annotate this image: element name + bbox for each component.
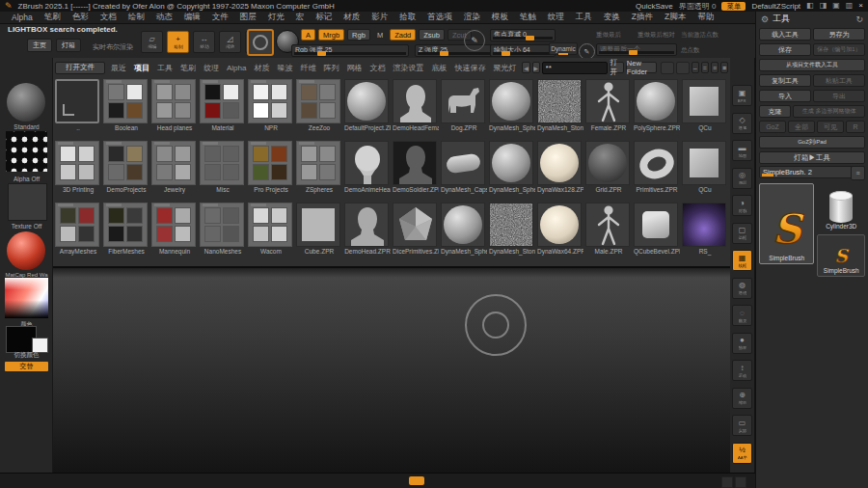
menu-item-22[interactable]: Z插件: [626, 12, 659, 23]
lightbox-tile[interactable]: DynaWax64.ZPR: [537, 203, 583, 256]
alternate-button[interactable]: 交替: [5, 362, 48, 371]
paint-button-zsub[interactable]: Zsub: [419, 29, 445, 41]
tool-button[interactable]: 另存为: [813, 28, 865, 41]
slider-handle[interactable]: [502, 51, 510, 56]
menu-item-1[interactable]: 笔刷: [39, 12, 67, 23]
tool-thumbnail-selected[interactable]: SSimpleBrush: [759, 183, 814, 264]
menu-item-18[interactable]: 笔触: [514, 12, 542, 23]
lightbox-tile[interactable]: DynaMesh_Capsu: [441, 141, 487, 194]
lightbox-tile[interactable]: QCu: [682, 79, 728, 132]
slider-handle[interactable]: [440, 51, 448, 56]
lightbox-tab-5[interactable]: Alpha: [223, 64, 250, 72]
rgb-intensity-slider[interactable]: Rgb 强度 25: [291, 44, 409, 57]
right-strip-button-0[interactable]: ▣BPR: [732, 85, 752, 106]
right-strip-button-7[interactable]: ◍透明: [732, 278, 752, 299]
switch-color-button[interactable]: 切换颜色: [0, 351, 53, 360]
tool-button[interactable]: 全部: [788, 121, 815, 133]
slider-handle[interactable]: [317, 51, 326, 56]
lightbox-tile[interactable]: DynaMesh_Spher: [441, 203, 487, 256]
right-strip-button-2[interactable]: ▬地面: [732, 140, 752, 161]
tool-button[interactable]: 保存（编号加1）: [813, 43, 865, 56]
stroke-dots-thumbnail[interactable]: [6, 131, 47, 172]
menu-item-8[interactable]: 图层: [234, 12, 262, 23]
lightbox-tile[interactable]: Primitives.ZPR: [634, 141, 680, 194]
quicksave-button[interactable]: QuickSave: [636, 2, 673, 11]
alpha-off-label[interactable]: Alpha Off: [0, 176, 53, 182]
lightbox-tile[interactable]: Pro Projects: [248, 141, 294, 194]
menu-item-6[interactable]: 编辑: [178, 12, 206, 23]
material-ring-button[interactable]: [247, 29, 274, 56]
menu-item-20[interactable]: 工具: [570, 12, 598, 23]
lightbox-tab-9[interactable]: 阵列: [319, 63, 342, 73]
mode-button-3[interactable]: ◿缩放: [219, 31, 241, 53]
paint-button-rgb[interactable]: Rgb: [347, 29, 370, 41]
store-layout-icon[interactable]: ▣: [832, 1, 840, 11]
tabs-prev-icon[interactable]: ◀: [522, 62, 529, 73]
texture-off-label[interactable]: Texture Off: [0, 223, 53, 230]
menu-item-14[interactable]: 拾取: [393, 12, 421, 23]
paint-button-zadd[interactable]: Zadd: [390, 29, 416, 41]
lightbox-tile[interactable]: DynaMesh_Stone: [537, 79, 583, 132]
tool-button[interactable]: R: [846, 121, 865, 133]
lightbox-tab-11[interactable]: 文档: [366, 63, 389, 73]
right-strip-button-6[interactable]: ▦线框: [732, 250, 752, 271]
lightbox-tile[interactable]: NanoMeshes: [200, 203, 246, 256]
view-size-3-icon[interactable]: ≡: [711, 62, 719, 73]
lightbox-tile[interactable]: DynaMesh_Sphe: [489, 79, 535, 132]
lightbox-tab-4[interactable]: 纹理: [200, 63, 223, 73]
menu-item-19[interactable]: 纹理: [542, 12, 570, 23]
tool-button[interactable]: 导出: [813, 90, 865, 102]
tool-button[interactable]: 粘贴工具: [813, 74, 865, 87]
replay-last-button[interactable]: 重做最后: [596, 31, 621, 40]
lightbox-tile[interactable]: DefaultProject.ZP: [344, 79, 391, 132]
tool-list-button[interactable]: ≡: [851, 166, 865, 180]
lightbox-tab-15[interactable]: 聚光灯: [489, 63, 520, 73]
bottom-bar-icon[interactable]: [721, 476, 733, 488]
menu-item-9[interactable]: 灯光: [262, 12, 290, 23]
lightbox-tile[interactable]: PolySphere.ZPR: [634, 79, 680, 132]
lightbox-tile[interactable]: DemoAnimeHead: [344, 141, 391, 194]
new-folder-button[interactable]: New Folder: [626, 62, 657, 73]
lightbox-tile[interactable]: Cube.ZPR: [296, 203, 342, 256]
right-strip-button-1[interactable]: ◇透视: [732, 113, 752, 134]
mode-button-2[interactable]: ↔移动: [193, 31, 215, 53]
view-size-4-icon[interactable]: ≡: [720, 62, 728, 73]
lightbox-tile[interactable]: Misc: [200, 141, 246, 194]
lightbox-tab-10[interactable]: 网格: [342, 63, 366, 73]
color-picker[interactable]: [5, 278, 48, 318]
current-tool-slider[interactable]: SimpleBrush. 2 ≡: [759, 166, 865, 178]
right-strip-button-3[interactable]: ◎局部: [732, 168, 752, 189]
lightbox-tab-3[interactable]: 笔刷: [176, 63, 200, 73]
tool-button[interactable]: 从项目文件载入工具: [759, 59, 865, 71]
texture-thumbnail[interactable]: [8, 183, 47, 221]
lightbox-tab-6[interactable]: 材质: [250, 63, 273, 73]
menu-item-11[interactable]: 标记: [310, 12, 338, 23]
view-size-1-icon[interactable]: –: [692, 62, 699, 73]
lightbox-tile[interactable]: DicePrimitives.ZP: [393, 203, 439, 256]
lightbox-tool-section-button[interactable]: 灯箱▶工具: [759, 151, 865, 164]
divider-bar-icon[interactable]: ▥: [846, 1, 854, 11]
lightbox-action-button[interactable]: [676, 62, 690, 74]
menu-item-7[interactable]: 文件: [206, 12, 234, 23]
lightbox-tile[interactable]: Grid.ZPR: [585, 141, 632, 194]
lightbox-tile[interactable]: QCubeBevel.ZPR: [634, 203, 680, 256]
adjust-last-slider[interactable]: 调整最后一个: [596, 43, 677, 56]
tool-thumbnail[interactable]: SSimpleBrush: [817, 234, 865, 277]
lightbox-action-button[interactable]: [661, 62, 674, 74]
lightbox-tile[interactable]: DynaWax128.ZPR: [537, 141, 583, 194]
lightbox-tile[interactable]: NPR: [248, 79, 294, 132]
reload-icon[interactable]: ↻: [855, 14, 863, 24]
lightbox-tile[interactable]: Wacom: [248, 203, 294, 256]
lightbox-tab-12[interactable]: 渲染设置: [389, 63, 427, 73]
tool-button[interactable]: GoZ: [759, 121, 786, 133]
lightbox-tile[interactable]: FiberMeshes: [103, 203, 149, 256]
tool-button[interactable]: 保存: [759, 43, 811, 56]
dynamic-mode-button[interactable]: Dynamic: [549, 42, 578, 55]
right-tray-toggle-icon[interactable]: ◨: [820, 1, 827, 11]
document-canvas[interactable]: [53, 268, 730, 473]
right-strip-button-11[interactable]: ⊕缩放: [732, 388, 752, 409]
tool-button[interactable]: 复制工具: [759, 74, 811, 87]
home-button[interactable]: 主页: [27, 39, 52, 52]
slider-handle[interactable]: [526, 36, 534, 41]
current-brush-thumbnail[interactable]: [7, 83, 45, 122]
